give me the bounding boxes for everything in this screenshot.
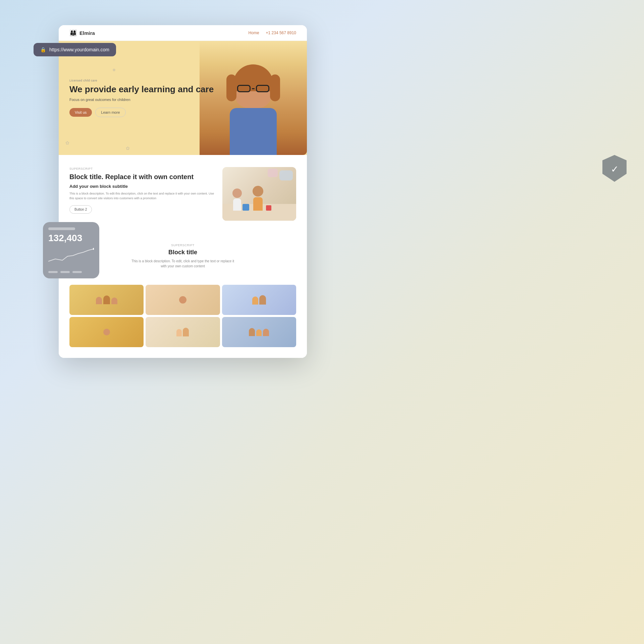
hero-licensed: Licensed child care: [69, 79, 296, 82]
hero-content: Licensed child care We provide early lea…: [69, 79, 296, 127]
photo-cell-3: [222, 285, 296, 315]
lock-icon: 🔒: [40, 47, 46, 52]
photo-cell-4: [69, 317, 144, 347]
chart-svg: [48, 246, 94, 263]
photo-cell-1: [69, 285, 144, 315]
security-badge: ✓: [602, 155, 627, 182]
block1-description: This is a block description. To edit thi…: [69, 192, 214, 201]
site-nav: 👨‍👩‍👧 Elmira Home +1 234 567 8910: [59, 25, 307, 41]
block2-title: Block title: [69, 249, 296, 256]
badge-shape: ✓: [602, 155, 627, 182]
button-2[interactable]: Button 2: [69, 205, 92, 214]
content-section-1: Superscript Block title. Replace it with…: [59, 155, 307, 233]
stats-chart: [48, 246, 94, 268]
svg-point-0: [93, 248, 94, 250]
learn-more-button[interactable]: Learn more: [95, 108, 125, 117]
visit-us-button[interactable]: Visit us: [69, 108, 92, 117]
doodle-flower-2: ✿: [65, 140, 69, 146]
photo-cell-2: [146, 285, 220, 315]
photo-cell-5: [146, 317, 220, 347]
two-col-layout: Superscript Block title. Replace it with…: [69, 167, 296, 221]
logo-icon: 👨‍👩‍👧: [69, 29, 77, 37]
stats-footer-dot-3: [72, 271, 82, 273]
stats-number: 132,403: [48, 233, 94, 244]
hero-subtitle: Focus on great outcomes for children: [69, 98, 296, 102]
logo-text: Elmira: [79, 30, 95, 36]
url-text: https://www.yourdomain.com: [49, 47, 109, 52]
block1-subtitle: Add your own block subtitle: [69, 184, 214, 189]
stats-footer: [48, 271, 94, 273]
nav-logo: 👨‍👩‍👧 Elmira: [69, 29, 95, 37]
nav-home-link[interactable]: Home: [249, 31, 259, 35]
doodle-asterisk: ✺: [112, 68, 116, 72]
browser-window: 👨‍👩‍👧 Elmira Home +1 234 567 8910 ✿ ♛ ✦ …: [59, 25, 307, 358]
photo-grid: [59, 285, 307, 358]
hero-buttons: Visit us Learn more: [69, 108, 296, 117]
stats-footer-dot-2: [60, 271, 70, 273]
check-icon: ✓: [611, 164, 619, 175]
photo-cell-6: [222, 317, 296, 347]
block1-title: Block title. Replace it with own content: [69, 172, 214, 181]
block2-superscript: Superscript: [69, 244, 296, 247]
col-text: Superscript Block title. Replace it with…: [69, 167, 214, 214]
block1-superscript: Superscript: [69, 167, 214, 170]
nav-right: Home +1 234 567 8910: [249, 31, 296, 35]
stats-widget: 132,403: [43, 222, 99, 278]
hero-section: ✿ ♛ ✦ ✿ ✿ ✺ ❄ ✿ ✧ Licensed child care We…: [59, 41, 307, 155]
block1-image: [222, 167, 296, 221]
doodle-flower-3: ✿: [126, 146, 130, 151]
stats-footer-dot-1: [48, 271, 58, 273]
nav-phone: +1 234 567 8910: [266, 31, 296, 35]
stats-top-bar: [48, 227, 75, 230]
hero-title: We provide early learning and care: [69, 84, 296, 95]
block2-description: This is a block description. To edit, cl…: [129, 259, 236, 269]
url-bar[interactable]: 🔒 https://www.yourdomain.com: [34, 43, 116, 56]
